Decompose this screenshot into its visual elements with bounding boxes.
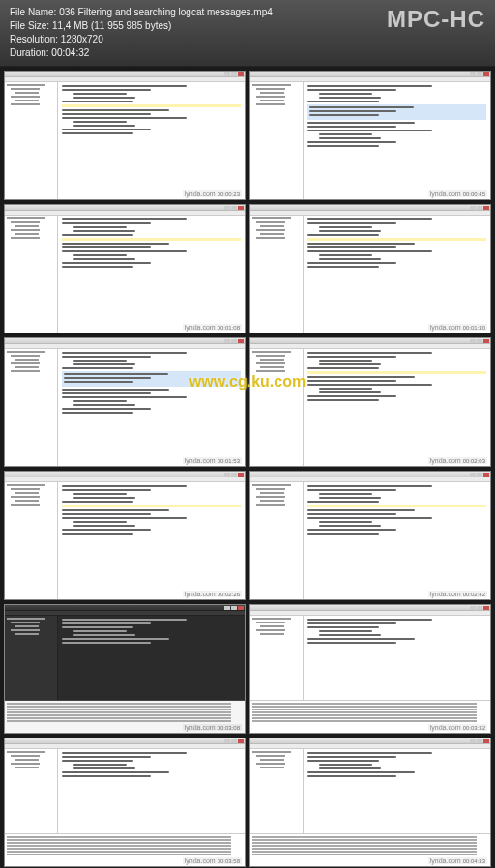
file-info: File Name: 036 Filtering and searching l… <box>10 6 273 60</box>
close-icon <box>483 739 489 743</box>
thumbnail[interactable]: lynda.com 00:00:23 <box>4 71 246 200</box>
thumbnail[interactable]: lynda.com 00:03:58 <box>4 738 246 867</box>
thumbnail[interactable]: lynda.com 00:01:30 <box>249 204 491 333</box>
minimize-icon <box>470 739 476 743</box>
minimize-icon <box>224 606 230 610</box>
thumbnail[interactable]: lynda.com 00:02:42 <box>249 471 491 600</box>
window-titlebar <box>5 338 245 344</box>
maximize-icon <box>231 739 237 743</box>
minimize-icon <box>224 72 230 76</box>
info-header: File Name: 036 Filtering and searching l… <box>0 0 495 67</box>
frame-timestamp: 00:01:08 <box>218 325 240 331</box>
close-icon <box>238 473 244 477</box>
ide-sidebar <box>5 482 58 599</box>
ide-editor <box>58 482 245 599</box>
file-size-label: File Size: <box>10 20 49 31</box>
thumbnail[interactable]: lynda.com 00:02:26 <box>4 471 246 600</box>
ide-editor <box>304 482 490 599</box>
file-name-value: 036 Filtering and searching logcat messa… <box>59 7 273 17</box>
source-watermark: lynda.com 00:03:32 <box>428 724 487 731</box>
frame-timestamp: 00:01:53 <box>218 458 240 464</box>
thumbnail[interactable]: lynda.com 00:00:45 <box>249 71 491 200</box>
ide-sidebar <box>250 349 304 466</box>
source-watermark: lynda.com 00:03:58 <box>183 857 242 864</box>
window-controls <box>224 206 244 210</box>
window-controls <box>224 339 244 343</box>
maximize-icon <box>231 72 237 76</box>
watermark-text: lynda.com <box>430 724 461 731</box>
close-icon <box>238 206 244 210</box>
watermark-text: lynda.com <box>430 190 461 197</box>
frame-timestamp: 00:02:03 <box>463 458 485 464</box>
minimize-icon <box>470 72 476 76</box>
watermark-text: lynda.com <box>430 324 461 331</box>
window-titlebar <box>250 738 490 744</box>
ide-sidebar <box>5 749 58 833</box>
maximize-icon <box>477 606 482 610</box>
maximize-icon <box>477 339 482 343</box>
thumbnail[interactable]: lynda.com 00:01:53 <box>4 337 246 467</box>
close-icon <box>483 339 489 343</box>
frame-timestamp: 00:02:26 <box>218 592 240 597</box>
frame-timestamp: 00:04:33 <box>463 858 485 864</box>
app-name: MPC-HC <box>387 6 485 33</box>
window-controls <box>470 339 489 343</box>
frame-timestamp: 00:00:45 <box>463 191 485 197</box>
frame-timestamp: 00:02:42 <box>463 592 485 597</box>
ide-sidebar <box>5 82 58 199</box>
ide-sidebar <box>5 216 58 333</box>
minimize-icon <box>470 206 476 210</box>
thumbnail[interactable]: lynda.com 00:01:08 <box>4 204 246 333</box>
minimize-icon <box>470 339 476 343</box>
resolution-label: Resolution: <box>10 34 58 44</box>
ide-sidebar <box>250 216 304 333</box>
window-titlebar <box>250 72 490 77</box>
window-controls <box>470 72 489 76</box>
ide-sidebar <box>250 749 304 833</box>
ide-editor <box>58 216 245 333</box>
maximize-icon <box>231 339 237 343</box>
close-icon <box>483 606 489 610</box>
window-controls <box>470 739 489 743</box>
file-size-value: 11,4 MB (11 955 985 bytes) <box>52 20 171 31</box>
thumbnail[interactable]: lynda.com 00:03:08 <box>4 604 246 734</box>
maximize-icon <box>477 206 482 210</box>
duration-label: Duration: <box>10 47 49 58</box>
window-controls <box>224 72 244 76</box>
thumbnail[interactable]: lynda.com 00:03:32 <box>249 604 491 734</box>
ide-sidebar <box>250 616 304 700</box>
source-watermark: lynda.com 00:01:53 <box>183 457 242 464</box>
thumbnail[interactable]: lynda.com 00:04:33 <box>249 738 491 867</box>
window-controls <box>224 739 244 743</box>
watermark-text: lynda.com <box>185 324 216 331</box>
window-titlebar <box>250 205 490 211</box>
window-titlebar <box>250 472 490 477</box>
minimize-icon <box>470 473 476 477</box>
close-icon <box>238 72 244 76</box>
window-titlebar <box>250 338 490 344</box>
window-controls <box>224 473 244 477</box>
source-watermark: lynda.com 00:03:08 <box>183 724 242 731</box>
ide-editor <box>304 616 490 700</box>
source-watermark: lynda.com 00:00:23 <box>183 190 242 197</box>
thumbnail-grid: lynda.com 00:00:23 <box>0 67 495 868</box>
maximize-icon <box>231 206 237 210</box>
window-titlebar <box>5 72 245 77</box>
minimize-icon <box>470 606 476 610</box>
watermark-text: lynda.com <box>430 857 461 864</box>
ide-editor <box>58 616 245 700</box>
frame-timestamp: 00:03:08 <box>218 725 240 731</box>
window-titlebar <box>5 472 245 477</box>
thumbnail[interactable]: lynda.com 00:02:03 <box>249 337 491 467</box>
watermark-text: lynda.com <box>185 857 216 864</box>
maximize-icon <box>477 72 482 76</box>
ide-editor <box>58 749 245 833</box>
window-controls <box>224 606 244 610</box>
frame-timestamp: 00:03:58 <box>218 858 240 864</box>
source-watermark: lynda.com 00:01:30 <box>428 324 487 331</box>
close-icon <box>238 339 244 343</box>
resolution-value: 1280x720 <box>61 34 103 44</box>
source-watermark: lynda.com 00:02:03 <box>428 457 487 464</box>
ide-editor <box>58 82 245 199</box>
source-watermark: lynda.com 00:00:45 <box>428 190 487 197</box>
